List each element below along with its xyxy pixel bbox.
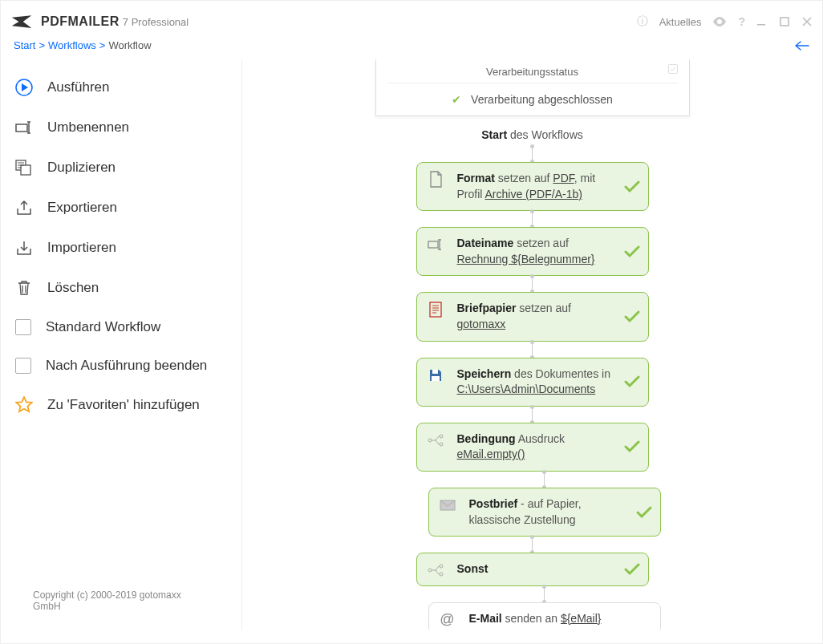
connector xyxy=(532,537,533,553)
step-stationery[interactable]: Briefpapier setzen auf gotomaxx xyxy=(416,292,649,341)
sidebar-export[interactable]: Exportieren xyxy=(1,188,241,228)
step-filename[interactable]: Dateiname setzen auf Rechnung ${Belegnum… xyxy=(416,227,649,276)
breadcrumb-sep: > xyxy=(39,39,45,51)
rename-icon xyxy=(15,119,33,136)
rename-icon xyxy=(427,236,444,253)
connector xyxy=(532,211,533,227)
connector xyxy=(532,276,533,292)
step-format[interactable]: Format setzen auf PDF, mit Profil Archiv… xyxy=(416,162,649,211)
app-version: 7 Professional xyxy=(123,16,189,28)
svg-rect-0 xyxy=(757,24,765,26)
help-icon[interactable]: ? xyxy=(738,15,745,28)
svg-point-17 xyxy=(440,573,443,576)
sidebar-quit-after-run[interactable]: Nach Ausführung beenden xyxy=(1,346,241,385)
check-icon xyxy=(624,375,640,388)
check-icon: ✔ xyxy=(452,93,461,106)
svg-rect-8 xyxy=(430,302,441,317)
sidebar-item-label: Duplizieren xyxy=(47,160,116,176)
flow-start-label: Start des Workflows xyxy=(481,128,583,141)
connector xyxy=(544,586,545,602)
connector xyxy=(532,407,533,423)
check-icon xyxy=(624,563,640,576)
svg-point-15 xyxy=(428,569,432,572)
check-icon xyxy=(624,180,640,193)
svg-rect-10 xyxy=(432,376,440,381)
svg-rect-1 xyxy=(780,18,789,26)
svg-rect-5 xyxy=(21,165,30,175)
stationery-icon xyxy=(427,301,444,318)
svg-rect-3 xyxy=(16,124,27,132)
sidebar-item-label: Exportieren xyxy=(47,200,117,216)
step-save[interactable]: Speichern des Dokumentes in C:\Users\Adm… xyxy=(416,358,649,407)
sidebar-item-label: Nach Ausführung beenden xyxy=(46,358,207,374)
breadcrumb-workflows[interactable]: Workflows xyxy=(48,39,96,51)
check-icon xyxy=(624,440,640,453)
check-icon xyxy=(624,310,640,323)
info-icon[interactable]: ⓘ xyxy=(637,14,648,29)
breadcrumb-sep: > xyxy=(99,39,106,51)
sidebar-delete[interactable]: Löschen xyxy=(1,268,241,308)
sidebar: Ausführen Umbenennen Duplizieren Exporti… xyxy=(1,59,242,630)
step-condition[interactable]: Bedingung Ausdruck eMail.empty() xyxy=(416,423,649,472)
branch-icon xyxy=(427,561,444,579)
breadcrumb: Start > Workflows > Workflow xyxy=(1,36,822,59)
sidebar-item-label: Löschen xyxy=(47,280,99,296)
news-link[interactable]: Aktuelles xyxy=(659,16,702,28)
app-logo-icon xyxy=(10,14,33,29)
sidebar-item-label: Standard Workflow xyxy=(46,319,160,335)
sidebar-run[interactable]: Ausführen xyxy=(1,67,241,107)
sidebar-standard-workflow[interactable]: Standard Workflow xyxy=(1,308,241,346)
duplicate-icon xyxy=(15,159,33,176)
play-icon xyxy=(15,79,33,96)
breadcrumb-current: Workflow xyxy=(108,39,151,51)
workflow-canvas: Verarbeitungsstatus ✔ Verarbeitung abges… xyxy=(242,59,822,630)
svg-point-13 xyxy=(440,443,443,446)
export-icon xyxy=(15,199,33,217)
close-button[interactable] xyxy=(801,16,813,27)
svg-point-11 xyxy=(428,439,432,442)
status-close-icon[interactable] xyxy=(668,64,678,74)
minimize-button[interactable] xyxy=(756,16,768,27)
star-icon xyxy=(15,396,33,414)
sidebar-import[interactable]: Importieren xyxy=(1,228,241,268)
checkbox-icon xyxy=(15,319,31,335)
branch-icon xyxy=(427,431,444,449)
svg-rect-9 xyxy=(432,370,438,374)
sidebar-item-label: Zu 'Favoriten' hinzufügen xyxy=(47,397,200,413)
check-icon xyxy=(624,245,640,258)
connector xyxy=(532,342,533,358)
svg-rect-7 xyxy=(428,241,438,248)
svg-point-12 xyxy=(440,435,443,438)
mail-icon xyxy=(439,496,456,514)
title-bar: PDFMAILER 7 Professional ⓘ Aktuelles ? xyxy=(1,1,822,36)
connector xyxy=(532,146,533,162)
copyright-text: Copyright (c) 2000-2019 gotomaxx GmbH xyxy=(1,580,241,622)
sidebar-item-label: Importieren xyxy=(47,240,116,256)
status-message: Verarbeitung abgeschlossen xyxy=(471,93,613,106)
svg-point-16 xyxy=(440,565,443,568)
step-email[interactable]: @ E-Mail senden an ${eMail} xyxy=(428,602,661,630)
connector xyxy=(544,472,545,488)
sidebar-item-label: Umbenennen xyxy=(47,119,129,136)
trash-icon xyxy=(15,279,33,297)
step-postmail[interactable]: Postbrief - auf Papier, klassische Zuste… xyxy=(428,488,661,537)
document-icon xyxy=(427,171,444,188)
back-icon[interactable] xyxy=(795,41,809,51)
breadcrumb-start[interactable]: Start xyxy=(14,39,35,51)
step-else[interactable]: Sonst xyxy=(416,553,649,586)
app-name: PDFMAILER xyxy=(41,14,120,29)
sidebar-rename[interactable]: Umbenennen xyxy=(1,107,241,148)
eye-icon[interactable] xyxy=(712,17,727,26)
sidebar-duplicate[interactable]: Duplizieren xyxy=(1,148,241,188)
sidebar-item-label: Ausführen xyxy=(47,79,110,95)
status-title: Verarbeitungsstatus xyxy=(486,66,578,78)
status-panel: Verarbeitungsstatus ✔ Verarbeitung abges… xyxy=(375,59,690,116)
check-icon xyxy=(636,506,652,519)
maximize-button[interactable] xyxy=(779,16,790,27)
at-icon: @ xyxy=(439,611,456,629)
svg-rect-6 xyxy=(668,65,677,74)
sidebar-add-favorite[interactable]: Zu 'Favoriten' hinzufügen xyxy=(1,385,241,425)
save-icon xyxy=(427,367,444,384)
import-icon xyxy=(15,239,33,257)
checkbox-icon xyxy=(15,358,31,374)
